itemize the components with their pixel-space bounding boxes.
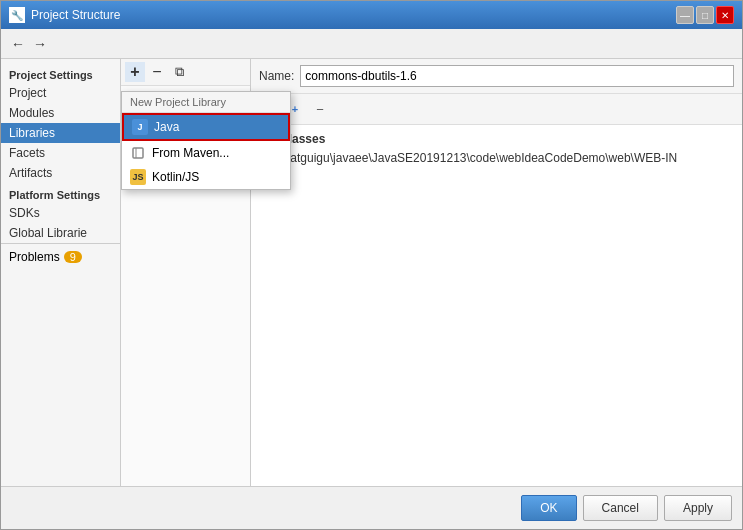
- project-structure-window: 🔧 Project Structure — □ ✕ ← → Project Se…: [0, 0, 743, 530]
- classes-item[interactable]: D:\atguigu\javaee\JavaSE20191213\code\we…: [255, 149, 738, 167]
- back-button[interactable]: ←: [7, 33, 29, 55]
- remove-classes-button[interactable]: −: [309, 98, 331, 120]
- remove-library-button[interactable]: −: [147, 62, 167, 82]
- dropdown-kotlin-label: Kotlin/JS: [152, 170, 199, 184]
- title-bar: 🔧 Project Structure — □ ✕: [1, 1, 742, 29]
- window-icon: 🔧: [9, 7, 25, 23]
- sidebar-item-project[interactable]: Project: [1, 83, 120, 103]
- panel-split: + − ⧉ New Project Library J Java: [121, 59, 742, 486]
- problems-bar[interactable]: Problems 9: [1, 243, 120, 270]
- apply-button[interactable]: Apply: [664, 495, 732, 521]
- sidebar-item-libraries[interactable]: Libraries: [1, 123, 120, 143]
- sidebar-item-modules[interactable]: Modules: [1, 103, 120, 123]
- sidebar-item-facets[interactable]: Facets: [1, 143, 120, 163]
- sidebar-item-sdks[interactable]: SDKs: [1, 203, 120, 223]
- sidebar: Project Settings Project Modules Librari…: [1, 59, 121, 486]
- window-controls: — □ ✕: [676, 6, 734, 24]
- dropdown-header: New Project Library: [122, 92, 290, 113]
- window-title: Project Structure: [31, 8, 676, 22]
- dropdown-java-label: Java: [154, 120, 179, 134]
- classes-area: 📁 Classes D:\atguigu\javaee\JavaSE201912…: [251, 125, 742, 486]
- maven-icon: [130, 145, 146, 161]
- java-icon: J: [132, 119, 148, 135]
- add-library-button[interactable]: +: [125, 62, 145, 82]
- bottom-buttons: OK Cancel Apply: [1, 486, 742, 529]
- copy-library-button[interactable]: ⧉: [169, 62, 189, 82]
- platform-settings-label: Platform Settings: [1, 183, 120, 203]
- name-input[interactable]: [300, 65, 734, 87]
- maximize-button[interactable]: □: [696, 6, 714, 24]
- name-label: Name:: [259, 69, 294, 83]
- sidebar-item-artifacts[interactable]: Artifacts: [1, 163, 120, 183]
- new-library-dropdown: New Project Library J Java From Maven...: [121, 91, 291, 190]
- minimize-button[interactable]: —: [676, 6, 694, 24]
- dropdown-item-kotlin[interactable]: JS Kotlin/JS: [122, 165, 290, 189]
- name-row: Name:: [251, 59, 742, 94]
- problems-label: Problems: [9, 250, 60, 264]
- ok-button[interactable]: OK: [521, 495, 576, 521]
- cancel-button[interactable]: Cancel: [583, 495, 658, 521]
- main-toolbar: ← →: [1, 29, 742, 59]
- library-list-panel: + − ⧉ New Project Library J Java: [121, 59, 251, 486]
- close-button[interactable]: ✕: [716, 6, 734, 24]
- kotlin-js-icon: JS: [130, 169, 146, 185]
- svg-rect-0: [133, 148, 143, 158]
- content-toolbar: + + −: [251, 94, 742, 125]
- library-toolbar: + − ⧉ New Project Library J Java: [121, 59, 250, 86]
- sidebar-item-global-libraries[interactable]: Global Librarie: [1, 223, 120, 243]
- main-content: Project Settings Project Modules Librari…: [1, 59, 742, 486]
- dropdown-item-java[interactable]: J Java: [122, 113, 290, 141]
- project-settings-label: Project Settings: [1, 63, 120, 83]
- classes-header: 📁 Classes: [255, 129, 738, 149]
- dropdown-item-maven[interactable]: From Maven...: [122, 141, 290, 165]
- content-area: Name: + + − 📁 Classes D:\atguigu\javaee\…: [251, 59, 742, 486]
- forward-button[interactable]: →: [29, 33, 51, 55]
- problems-badge: 9: [64, 251, 82, 263]
- dropdown-maven-label: From Maven...: [152, 146, 229, 160]
